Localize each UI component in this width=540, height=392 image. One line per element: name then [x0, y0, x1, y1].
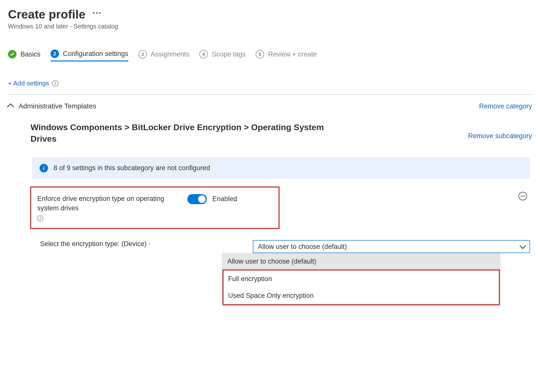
step-label: Configuration settings [63, 50, 128, 58]
step-number-icon: 4 [199, 50, 208, 58]
wizard-stepper: Basics 2 Configuration settings 3 Assign… [8, 49, 532, 61]
info-icon[interactable]: i [37, 215, 43, 221]
step-basics[interactable]: Basics [8, 50, 41, 61]
toggle-state-label: Enabled [212, 195, 237, 203]
step-label: Basics [21, 50, 41, 58]
enabled-toggle[interactable] [187, 194, 207, 204]
option-full-encryption[interactable]: Full encryption [224, 271, 499, 287]
step-number-icon: 3 [138, 50, 147, 58]
step-review-create[interactable]: 5 Review + create [256, 50, 317, 61]
remove-setting-icon[interactable] [518, 192, 527, 200]
remove-subcategory-link[interactable]: Remove subcategory [468, 132, 532, 140]
step-label: Scope tags [212, 50, 246, 58]
page-subtitle: Windows 10 and later - Settings catalog [8, 23, 532, 30]
step-scope-tags[interactable]: 4 Scope tags [199, 50, 246, 61]
step-configuration-settings[interactable]: 2 Configuration settings [51, 49, 128, 61]
encryption-type-options: Allow user to choose (default) Full encr… [223, 253, 500, 305]
chevron-up-icon[interactable] [7, 103, 14, 110]
info-icon[interactable]: i [52, 80, 59, 87]
step-label: Review + create [268, 50, 317, 58]
chevron-down-icon [519, 243, 526, 249]
step-number-icon: 2 [51, 49, 59, 58]
step-label: Assignments [151, 50, 190, 58]
step-number-icon: 5 [256, 50, 264, 58]
page-title-text: Create profile [8, 7, 85, 21]
category-name: Administrative Templates [19, 102, 96, 110]
option-allow-user-choose[interactable]: Allow user to choose (default) [223, 253, 499, 270]
setting-enforce-encryption-type: Enforce drive encryption type on operati… [30, 186, 280, 229]
remove-category-link[interactable]: Remove category [479, 102, 532, 110]
step-assignments[interactable]: 3 Assignments [138, 50, 190, 61]
divider [8, 94, 532, 95]
info-banner: i 8 of 9 settings in this subcategory ar… [32, 157, 530, 179]
encryption-type-dropdown[interactable]: Allow user to choose (default) [253, 240, 530, 253]
page-title: Create profile ⋯ [8, 7, 532, 21]
checkmark-icon [8, 50, 17, 58]
add-settings-link[interactable]: + Add settings [8, 79, 49, 87]
dropdown-selected-value: Allow user to choose (default) [258, 243, 347, 251]
option-used-space-only[interactable]: Used Space Only encryption [224, 287, 499, 304]
encryption-type-label: Select the encryption type: (Device) [40, 240, 147, 248]
required-indicator: * [149, 243, 150, 247]
setting-label: Enforce drive encryption type on operati… [37, 194, 167, 213]
info-icon: i [40, 164, 48, 172]
info-message: 8 of 9 settings in this subcategory are … [54, 164, 210, 172]
